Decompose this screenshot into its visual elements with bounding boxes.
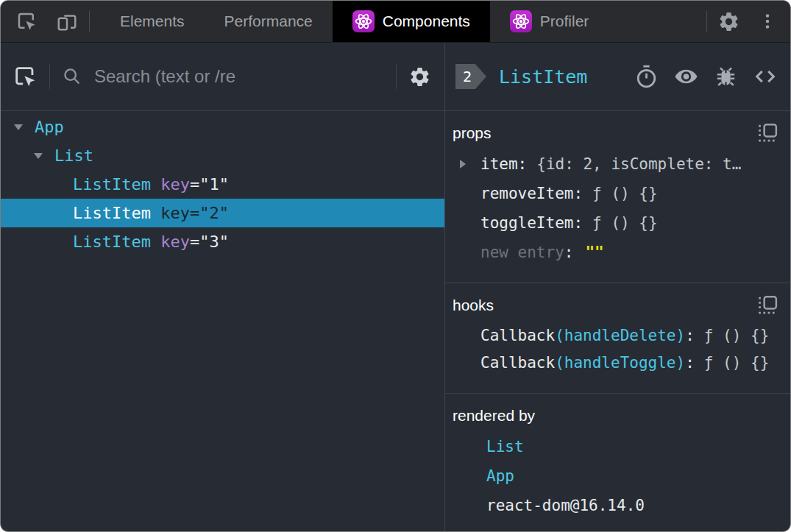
tree-row-listitem-1[interactable]: ListItem key="1": [1, 170, 444, 199]
tree-row-listitem-2-selected[interactable]: ListItem key="2": [1, 199, 444, 227]
key-value: ="3": [190, 233, 229, 251]
topbar-tools: [1, 1, 79, 42]
search-icon: [62, 66, 82, 87]
topbar-separator: [89, 11, 90, 32]
tab-performance-label: Performance: [224, 13, 313, 30]
devtools-settings-button[interactable]: [717, 10, 740, 33]
chevron-right-icon[interactable]: [460, 160, 466, 169]
suspend-component-button[interactable]: [634, 64, 659, 90]
component-name: List: [54, 146, 93, 165]
hook-arg: (handleDelete): [555, 327, 685, 344]
new-entry-value[interactable]: "": [585, 244, 603, 261]
hooks-section: hooks: [445, 283, 790, 394]
toolbar-separator: [396, 64, 397, 89]
view-settings-button[interactable]: [408, 65, 431, 88]
hooks-rows: Callback(handleDelete):ƒ () {} Callback(…: [453, 322, 778, 376]
new-prop-entry-row[interactable]: new entry:"": [453, 238, 778, 267]
rendered-by-header: rendered by: [453, 404, 778, 428]
inspect-element-icon: [15, 10, 38, 32]
code-brackets-icon: [752, 64, 778, 89]
eye-icon: [673, 64, 700, 89]
tree-row-app[interactable]: App: [1, 113, 444, 141]
tab-profiler[interactable]: Profiler: [490, 1, 609, 42]
gear-icon: [717, 10, 740, 33]
devtools-window: Elements Performance Components: [0, 0, 791, 532]
key-attr: key: [160, 233, 190, 251]
component-actions: [634, 64, 778, 90]
stopwatch-icon: [634, 64, 659, 90]
key-attr: key: [160, 204, 190, 222]
props-rows: item:{id: 2, isComplete: t… removeItem:ƒ…: [453, 149, 778, 267]
inspect-element-icon: [13, 64, 38, 89]
select-element-button[interactable]: [13, 64, 38, 89]
tree-row-list[interactable]: List: [1, 141, 444, 170]
inspect-element-button[interactable]: [15, 10, 38, 32]
bug-icon: [714, 64, 738, 89]
props-header: props: [453, 121, 778, 145]
hook-type: Callback: [480, 354, 555, 372]
hook-value: ƒ () {}: [704, 327, 770, 344]
selected-component-header: 2 ListItem: [445, 43, 790, 111]
renderer-version: react-dom@16.14.0: [486, 497, 645, 514]
rendered-by-rows: List App react-dom@16.14.0: [453, 432, 778, 520]
hook-colon: :: [685, 354, 695, 372]
rendered-by-title: rendered by: [453, 407, 535, 425]
inspect-dom-button[interactable]: [673, 64, 700, 89]
copy-props-button[interactable]: [756, 122, 778, 144]
tab-components[interactable]: Components: [333, 1, 490, 42]
toggle-device-toolbar-button[interactable]: [55, 10, 79, 32]
rendered-by-item-renderer: react-dom@16.14.0: [453, 491, 778, 520]
prop-row-removeitem[interactable]: removeItem:ƒ () {}: [453, 179, 778, 208]
more-options-button[interactable]: [758, 12, 777, 31]
owner-link[interactable]: App: [486, 467, 514, 485]
copy-hooks-button[interactable]: [756, 294, 778, 316]
owner-link[interactable]: List: [486, 438, 524, 455]
three-dots-icon: [758, 12, 777, 31]
component-name: App: [35, 118, 64, 136]
component-name: ListItem: [73, 204, 151, 222]
search-input[interactable]: [93, 65, 384, 88]
prop-colon: :: [573, 185, 583, 202]
tree-pane: App List ListItem key="1" ListItem key="…: [1, 43, 445, 531]
new-entry-label: new entry: [480, 244, 564, 261]
react-logo-icon: [510, 10, 532, 32]
copy-icon: [756, 294, 778, 316]
selected-component-title: ListItem: [499, 66, 634, 88]
tree-toolbar: [1, 43, 444, 111]
tree-row-listitem-3[interactable]: ListItem key="3": [1, 227, 444, 256]
tab-elements-label: Elements: [120, 13, 185, 30]
copy-icon: [756, 122, 778, 144]
key-attr: key: [160, 175, 190, 194]
view-source-button[interactable]: [752, 64, 778, 89]
hook-row-handletoggle: Callback(handleToggle):ƒ () {}: [453, 349, 778, 376]
rendered-by-item-app[interactable]: App: [453, 461, 778, 491]
prop-key: item: [480, 155, 518, 173]
tab-elements[interactable]: Elements: [100, 1, 205, 42]
topbar-right-controls: [696, 1, 790, 42]
hook-arg: (handleToggle): [555, 354, 685, 372]
topbar-separator: [706, 11, 707, 32]
key-value: ="1": [190, 175, 229, 194]
hooks-title: hooks: [453, 297, 494, 314]
gear-icon: [408, 65, 431, 88]
hook-row-handledelete: Callback(handleDelete):ƒ () {}: [453, 322, 778, 349]
prop-value: ƒ () {}: [592, 214, 658, 232]
log-component-button[interactable]: [714, 64, 738, 89]
owners-stack-badge[interactable]: 2: [455, 64, 486, 89]
prop-row-toggleitem[interactable]: toggleItem:ƒ () {}: [453, 208, 778, 238]
hooks-header: hooks: [453, 294, 778, 317]
details-pane: 2 ListItem: [445, 43, 790, 531]
tab-performance[interactable]: Performance: [205, 1, 333, 42]
hook-type: Callback: [480, 327, 555, 344]
component-tree: App List ListItem key="1" ListItem key="…: [1, 111, 444, 531]
rendered-by-item-list[interactable]: List: [453, 432, 778, 461]
chevron-down-icon[interactable]: [33, 153, 43, 159]
chevron-down-icon[interactable]: [13, 124, 24, 130]
component-name: ListItem: [73, 175, 151, 194]
props-section: props: [445, 111, 790, 283]
prop-colon: :: [573, 214, 583, 232]
prop-row-item[interactable]: item:{id: 2, isComplete: t…: [453, 149, 778, 179]
prop-colon: :: [518, 155, 528, 173]
new-entry-colon: :: [564, 244, 574, 261]
rendered-by-section: rendered by List App react-dom@16.14.0: [445, 394, 790, 531]
